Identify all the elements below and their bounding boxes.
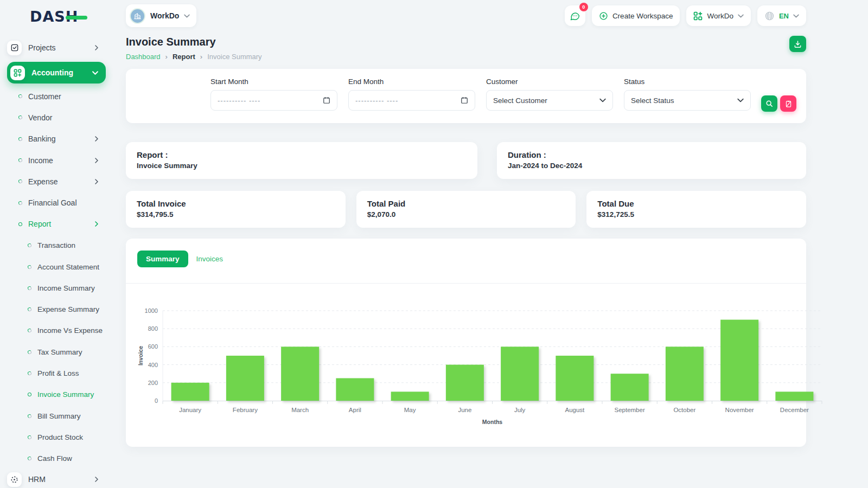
sidebar-item-invoice-summary[interactable]: Invoice Summary bbox=[0, 384, 113, 405]
workspace-avatar bbox=[130, 8, 145, 24]
sidebar-item-income[interactable]: Income bbox=[0, 150, 113, 171]
bullet-icon bbox=[28, 457, 32, 461]
svg-text:December: December bbox=[780, 407, 809, 413]
chevron-right-icon bbox=[94, 477, 99, 482]
sidebar-item-label: Product Stock bbox=[37, 433, 83, 441]
language-code: EN bbox=[779, 12, 789, 20]
tab-summary[interactable]: Summary bbox=[137, 251, 188, 267]
bullet-icon bbox=[28, 265, 32, 269]
divider bbox=[126, 283, 806, 284]
chevron-right-icon bbox=[94, 45, 99, 50]
sidebar-item-income-summary[interactable]: Income Summary bbox=[0, 278, 113, 299]
sidebar-item-accounting[interactable]: Accounting bbox=[7, 62, 106, 84]
topbar-right: 0 Create Workspace WorkDo bbox=[565, 5, 806, 26]
sidebar-item-expense[interactable]: Expense bbox=[0, 171, 113, 192]
end-month-input[interactable]: ---------- ---- bbox=[348, 90, 475, 111]
duration-label: Duration : bbox=[508, 150, 795, 159]
chevron-right-icon bbox=[94, 158, 99, 163]
sidebar-item-income-vs-expense[interactable]: Income Vs Expense bbox=[0, 320, 113, 341]
end-month-group: End Month ---------- ---- bbox=[348, 78, 475, 123]
messages-badge: 0 bbox=[579, 3, 588, 11]
start-month-input[interactable]: ---------- ---- bbox=[210, 90, 337, 111]
chevron-down-icon bbox=[184, 13, 190, 19]
customer-select[interactable]: Select Customer bbox=[486, 90, 613, 111]
tab-invoices[interactable]: Invoices bbox=[195, 251, 225, 267]
duration-value: Jan-2024 to Dec-2024 bbox=[508, 162, 795, 170]
workspace-switcher-button[interactable]: WorkDo bbox=[126, 4, 196, 27]
download-button[interactable] bbox=[789, 36, 806, 52]
sidebar-item-customer[interactable]: Customer bbox=[0, 86, 113, 107]
sidebar-item-banking[interactable]: Banking bbox=[0, 129, 113, 150]
sidebar-item-expense-summary[interactable]: Expense Summary bbox=[0, 299, 113, 320]
app-root: DASH Projects Accounting bbox=[0, 0, 868, 488]
chart-bar bbox=[281, 346, 319, 401]
bullet-icon bbox=[28, 286, 32, 290]
svg-text:August: August bbox=[565, 407, 585, 413]
sidebar-item-transaction[interactable]: Transaction bbox=[0, 235, 113, 256]
sidebar-item-bill-summary[interactable]: Bill Summary bbox=[0, 405, 113, 426]
chart-bar bbox=[501, 346, 539, 401]
chart-card: Summary Invoices 02004006008001000Januar… bbox=[126, 239, 806, 447]
totals-row: Total Invoice $314,795.5 Total Paid $2,0… bbox=[126, 191, 806, 228]
bullet-icon bbox=[28, 435, 32, 439]
sidebar-item-label: Income bbox=[28, 156, 53, 165]
start-month-label: Start Month bbox=[210, 78, 337, 86]
sidebar-item-projects[interactable]: Projects bbox=[7, 40, 106, 56]
sidebar-item-tax-summary[interactable]: Tax Summary bbox=[0, 342, 113, 363]
status-select[interactable]: Select Status bbox=[624, 90, 751, 111]
sidebar-item-label: Invoice Summary bbox=[37, 390, 94, 399]
accounting-submenu: CustomerVendorBankingIncomeExpenseFinanc… bbox=[0, 86, 113, 469]
create-workspace-label: Create Workspace bbox=[612, 12, 673, 20]
create-workspace-button[interactable]: Create Workspace bbox=[592, 5, 680, 26]
sidebar-item-account-statement[interactable]: Account Statement bbox=[0, 256, 113, 277]
chart-bar bbox=[226, 356, 264, 401]
apply-filter-button[interactable] bbox=[761, 95, 777, 112]
bullet-icon bbox=[18, 137, 23, 141]
sidebar-item-label: Accounting bbox=[31, 68, 73, 77]
total-due-value: $312,725.5 bbox=[597, 210, 795, 219]
chart-bar bbox=[336, 378, 374, 401]
bullet-icon bbox=[18, 115, 23, 120]
svg-text:400: 400 bbox=[148, 362, 158, 368]
sidebar-item-vendor[interactable]: Vendor bbox=[0, 107, 113, 128]
bullet-icon bbox=[28, 350, 32, 354]
sidebar-item-label: Profit & Loss bbox=[37, 369, 79, 377]
sidebar-item-financial-goal[interactable]: Financial Goal bbox=[0, 192, 113, 213]
chart-bar bbox=[391, 391, 429, 401]
sidebar: DASH Projects Accounting bbox=[0, 0, 113, 488]
sidebar-item-label: Expense Summary bbox=[37, 305, 99, 313]
language-selector[interactable]: EN bbox=[757, 5, 806, 26]
svg-text:February: February bbox=[233, 407, 258, 413]
svg-text:October: October bbox=[673, 407, 695, 413]
bullet-icon bbox=[18, 94, 23, 99]
projects-checkbox-icon bbox=[7, 41, 22, 55]
breadcrumb-report[interactable]: Report bbox=[173, 53, 195, 61]
chevron-down-icon bbox=[92, 70, 98, 76]
breadcrumb-dashboard[interactable]: Dashboard bbox=[126, 53, 161, 61]
bullet-icon bbox=[28, 329, 32, 333]
bullet-icon bbox=[28, 414, 32, 418]
sidebar-item-label: Account Statement bbox=[37, 263, 99, 271]
filter-actions bbox=[761, 95, 796, 123]
sidebar-item-product-stock[interactable]: Product Stock bbox=[0, 427, 113, 448]
sidebar-item-cash-flow[interactable]: Cash Flow bbox=[0, 448, 113, 469]
sidebar-item-label: HRM bbox=[28, 475, 46, 484]
sidebar-item-hrm[interactable]: HRM bbox=[7, 471, 106, 487]
calendar-icon[interactable] bbox=[323, 97, 330, 104]
bullet-icon bbox=[18, 179, 23, 184]
sidebar-item-profit-loss[interactable]: Profit & Loss bbox=[0, 363, 113, 384]
calendar-icon[interactable] bbox=[461, 97, 468, 104]
chevron-down-icon bbox=[793, 13, 799, 19]
workdo-menu-button[interactable]: WorkDo bbox=[686, 5, 751, 26]
messages-button[interactable]: 0 bbox=[565, 5, 585, 26]
reset-filter-button[interactable] bbox=[780, 95, 796, 112]
sidebar-item-report[interactable]: Report bbox=[0, 214, 113, 235]
customer-label: Customer bbox=[486, 78, 613, 86]
svg-text:800: 800 bbox=[148, 325, 158, 332]
svg-text:April: April bbox=[349, 407, 361, 413]
status-label: Status bbox=[624, 78, 751, 86]
svg-text:September: September bbox=[614, 407, 644, 413]
end-month-label: End Month bbox=[348, 78, 475, 86]
total-due-card: Total Due $312,725.5 bbox=[586, 191, 806, 228]
duration-card: Duration : Jan-2024 to Dec-2024 bbox=[497, 142, 806, 179]
